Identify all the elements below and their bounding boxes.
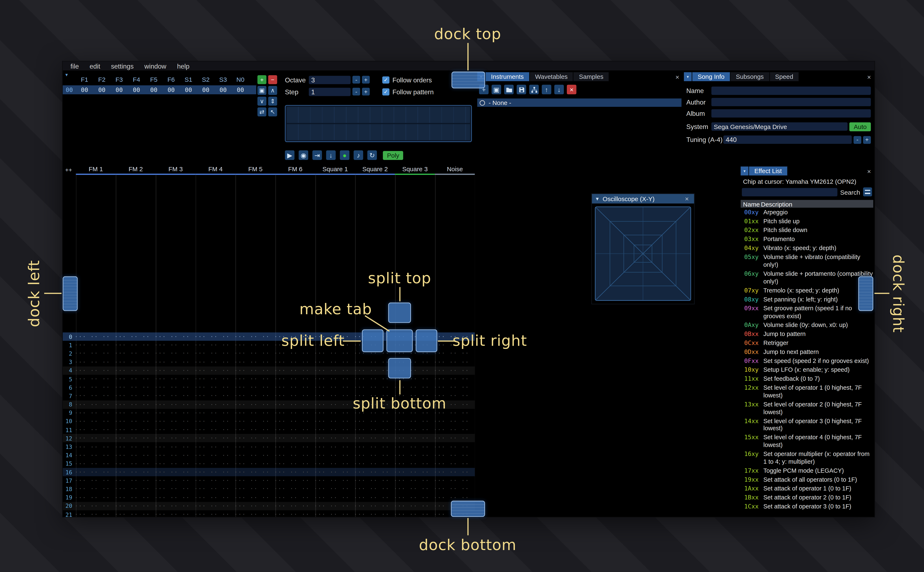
pattern-cell[interactable]: ··· ·· ·· ···· [274, 368, 314, 374]
pattern-row[interactable]: 10··· ·· ·· ······· ·· ·· ······· ·· ·· … [63, 417, 475, 426]
pattern-cell[interactable]: ··· ·· ·· ···· [195, 334, 234, 340]
song-name-input[interactable] [711, 87, 871, 95]
pattern-cell[interactable]: ··· ·· ·· ···· [234, 376, 274, 382]
open-instrument-button[interactable] [504, 85, 514, 94]
tuning-input[interactable] [723, 135, 852, 144]
pattern-cell[interactable]: ··· ·· ·· ···· [154, 427, 195, 433]
order-cell[interactable]: 00 [232, 87, 249, 93]
pattern-cell[interactable]: ··· ·· ·· ···· [75, 452, 115, 458]
instruments-tab-instruments[interactable]: Instruments [486, 72, 530, 81]
menu-edit[interactable]: edit [84, 62, 106, 69]
song-info-tab-song-info[interactable]: Song Info [692, 72, 731, 81]
pattern-row[interactable]: 1··· ·· ·· ······· ·· ·· ······· ·· ·· ·… [63, 341, 475, 349]
pattern-cell[interactable]: ··· ·· ·· ···· [314, 435, 354, 441]
pattern-cell[interactable]: ··· ·· ·· ···· [154, 401, 195, 407]
pattern-cell[interactable]: ··· ·· ·· ···· [115, 503, 154, 509]
effect-list-tab[interactable]: Effect List [749, 166, 788, 176]
pattern-cell[interactable]: ··· ·· ·· ···· [115, 334, 154, 340]
pattern-cell[interactable]: ··· ·· ·· ···· [195, 503, 234, 509]
pattern-cell[interactable]: ··· ·· ·· ···· [234, 418, 274, 424]
edit-toggle-button[interactable]: ● [340, 150, 349, 160]
pattern-cell[interactable]: ··· ·· ·· ···· [195, 351, 234, 357]
pattern-cell[interactable]: ··· ·· ·· ···· [75, 494, 115, 500]
close-instruments-icon[interactable]: × [673, 73, 681, 80]
pattern-row[interactable]: 0··· ·· ·· ······· ·· ·· ······· ·· ·· ·… [63, 333, 475, 341]
pattern-cell[interactable]: ··· ·· ·· ···· [195, 368, 234, 374]
order-cell[interactable]: 00 [197, 87, 215, 93]
pattern-cell[interactable]: ··· ·· ·· ···· [234, 503, 274, 509]
pattern-row[interactable]: 14··· ·· ·· ······· ·· ·· ······· ·· ·· … [63, 451, 475, 459]
dock-right-indicator[interactable] [858, 277, 873, 311]
close-song-info-icon[interactable]: × [865, 73, 873, 80]
pattern-cell[interactable]: ··· ·· ·· ···· [75, 477, 115, 483]
orders-row[interactable]: 0000000000000000000000 [63, 85, 256, 94]
pattern-cell[interactable]: ··· ·· ·· ···· [354, 359, 394, 365]
pattern-cell[interactable]: ··· ·· ·· ···· [234, 351, 274, 357]
pattern-cell[interactable]: ··· ·· ·· ···· [115, 393, 154, 399]
pattern-cell[interactable]: ··· ·· ·· ···· [434, 444, 474, 450]
pattern-cell[interactable]: ··· ·· ·· ···· [394, 452, 434, 458]
pattern-cell[interactable]: ··· ·· ·· ···· [115, 452, 154, 458]
pattern-cell[interactable]: ··· ·· ·· ···· [154, 486, 195, 492]
pattern-cell[interactable]: ··· ·· ·· ···· [154, 393, 195, 399]
order-cell[interactable]: 00 [111, 87, 128, 93]
pattern-cell[interactable]: ··· ·· ·· ···· [234, 460, 274, 466]
pattern-cell[interactable]: ··· ·· ·· ···· [234, 486, 274, 492]
channel-header-fm-4[interactable]: FM 4 [196, 165, 235, 175]
pattern-cell[interactable]: ··· ·· ·· ···· [354, 384, 394, 390]
pattern-cell[interactable]: ··· ·· ·· ···· [75, 460, 115, 466]
tuning-increase-button[interactable]: + [863, 136, 871, 143]
pattern-cell[interactable]: ··· ·· ·· ···· [434, 351, 474, 357]
pattern-cell[interactable]: ··· ·· ·· ···· [434, 452, 474, 458]
pattern-cell[interactable]: ··· ·· ·· ···· [75, 359, 115, 365]
pattern-cell[interactable]: ··· ·· ·· ···· [75, 393, 115, 399]
pattern-row[interactable]: 19··· ·· ·· ······· ·· ·· ······· ·· ·· … [63, 493, 475, 502]
pattern-cell[interactable]: ··· ·· ·· ···· [154, 359, 195, 365]
pattern-cell[interactable]: ··· ·· ·· ···· [234, 410, 274, 416]
order-cell[interactable]: 00 [93, 87, 111, 93]
pattern-cell[interactable]: ··· ·· ·· ···· [154, 477, 195, 483]
pattern-cell[interactable]: ··· ·· ·· ···· [394, 469, 434, 475]
pattern-cell[interactable]: ··· ·· ·· ···· [314, 359, 354, 365]
pattern-cell[interactable]: ··· ·· ·· ···· [195, 477, 234, 483]
order-deep-clone-button[interactable]: ⇄ [257, 107, 266, 117]
pattern-cell[interactable]: ··· ·· ·· ···· [354, 503, 394, 509]
pattern-cell[interactable]: ··· ·· ·· ···· [115, 427, 154, 433]
auto-system-button[interactable]: Auto [849, 122, 871, 131]
pattern-cell[interactable]: ··· ·· ·· ···· [434, 368, 474, 374]
collapse-icon[interactable]: ▼ [595, 196, 600, 202]
pattern-cell[interactable]: ··· ·· ·· ···· [75, 368, 115, 374]
pattern-cell[interactable]: ··· ·· ·· ···· [195, 486, 234, 492]
dock-left-indicator[interactable] [63, 277, 78, 311]
pattern-cell[interactable]: ··· ·· ·· ···· [314, 469, 354, 475]
pattern-cell[interactable]: ··· ·· ·· ···· [394, 494, 434, 500]
pattern-cell[interactable]: ··· ·· ·· ···· [115, 494, 154, 500]
pattern-cell[interactable]: ··· ·· ·· ···· [394, 511, 434, 517]
play-one-row-button[interactable]: ⇥ [312, 150, 322, 160]
pattern-row[interactable]: 16··· ·· ·· ······· ·· ·· ······· ·· ·· … [63, 468, 475, 476]
pattern-cell[interactable]: ··· ·· ·· ···· [75, 511, 115, 517]
pattern-cell[interactable]: ··· ·· ·· ···· [394, 435, 434, 441]
pattern-cell[interactable]: ··· ·· ·· ···· [394, 503, 434, 509]
pattern-cell[interactable]: ··· ·· ·· ···· [234, 393, 274, 399]
pattern-cell[interactable]: ··· ·· ·· ···· [195, 460, 234, 466]
pattern-cell[interactable]: ··· ·· ·· ···· [354, 511, 394, 517]
octave-decrease-button[interactable]: - [352, 76, 360, 84]
pattern-cell[interactable]: ··· ·· ·· ···· [354, 460, 394, 466]
song-author-input[interactable] [711, 98, 871, 106]
pattern-cell[interactable]: ··· ·· ·· ···· [314, 460, 354, 466]
play-button[interactable]: ▶ [285, 150, 294, 160]
pattern-cell[interactable]: ··· ·· ·· ···· [115, 384, 154, 390]
pattern-cell[interactable]: ··· ·· ·· ···· [115, 351, 154, 357]
channel-header-square-1[interactable]: Square 1 [315, 165, 355, 175]
pattern-cell[interactable]: ··· ·· ·· ···· [154, 376, 195, 382]
order-cell[interactable]: 00 [76, 87, 93, 93]
pattern-row[interactable]: 6··· ·· ·· ······· ·· ·· ······· ·· ·· ·… [63, 383, 475, 392]
close-oscilloscope-icon[interactable]: × [683, 195, 691, 202]
pattern-cell[interactable]: ··· ·· ·· ···· [274, 435, 314, 441]
dock-menu-icon[interactable]: ▾ [684, 72, 692, 81]
pattern-cell[interactable]: ··· ·· ·· ···· [274, 460, 314, 466]
pattern-cell[interactable]: ··· ·· ·· ···· [115, 477, 154, 483]
pattern-cell[interactable]: ··· ·· ·· ···· [75, 384, 115, 390]
pattern-cell[interactable]: ··· ·· ·· ···· [195, 494, 234, 500]
